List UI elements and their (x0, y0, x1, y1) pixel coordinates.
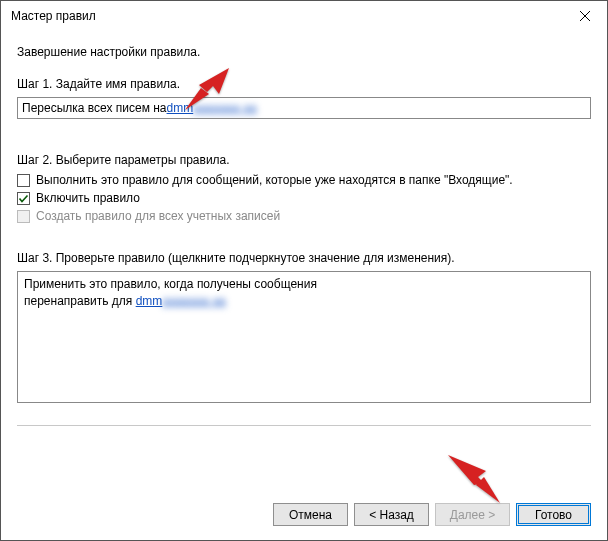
window-title: Мастер правил (11, 9, 96, 23)
close-icon (580, 11, 590, 21)
rule-name-email-link[interactable]: dmmaaaaaaa aa (167, 101, 257, 115)
separator (17, 425, 591, 426)
rule-email-link[interactable]: dmmaaaaaaa aa (136, 294, 226, 308)
svg-marker-4 (476, 477, 500, 503)
titlebar: Мастер правил (1, 1, 607, 31)
option-label: Создать правило для всех учетных записей (36, 209, 280, 223)
rule-name-input[interactable]: Пересылка всех писем на dmmaaaaaaa aa (17, 97, 591, 119)
rule-name-prefix: Пересылка всех писем на (22, 101, 167, 115)
step2-label: Шаг 2. Выберите параметры правила. (17, 153, 591, 167)
rule-line1: Применить это правило, когда получены со… (24, 276, 584, 293)
step1-label: Шаг 1. Задайте имя правила. (17, 77, 591, 91)
next-button: Далее > (435, 503, 510, 526)
option-label: Выполнить это правило для сообщений, кот… (36, 173, 513, 187)
checkbox-apply-existing[interactable] (17, 174, 30, 187)
checkmark-icon (18, 193, 29, 204)
rule-line2: перенаправить для dmmaaaaaaa aa (24, 293, 584, 310)
checkbox-enable-rule[interactable] (17, 192, 30, 205)
close-button[interactable] (562, 1, 607, 31)
dialog-content: Завершение настройки правила. Шаг 1. Зад… (1, 31, 607, 426)
svg-marker-5 (448, 455, 486, 485)
step2-options: Выполнить это правило для сообщений, кот… (17, 173, 591, 223)
cancel-button[interactable]: Отмена (273, 503, 348, 526)
checkbox-all-accounts (17, 210, 30, 223)
finish-button[interactable]: Готово (516, 503, 591, 526)
option-apply-existing[interactable]: Выполнить это правило для сообщений, кот… (17, 173, 591, 187)
option-enable-rule[interactable]: Включить правило (17, 191, 591, 205)
option-all-accounts: Создать правило для всех учетных записей (17, 209, 591, 223)
button-row: Отмена < Назад Далее > Готово (273, 503, 591, 526)
step3-label: Шаг 3. Проверьте правило (щелкните подче… (17, 251, 591, 265)
back-button[interactable]: < Назад (354, 503, 429, 526)
option-label: Включить правило (36, 191, 140, 205)
rule-description-box[interactable]: Применить это правило, когда получены со… (17, 271, 591, 403)
annotation-arrow-icon (446, 449, 506, 507)
heading: Завершение настройки правила. (17, 45, 591, 59)
